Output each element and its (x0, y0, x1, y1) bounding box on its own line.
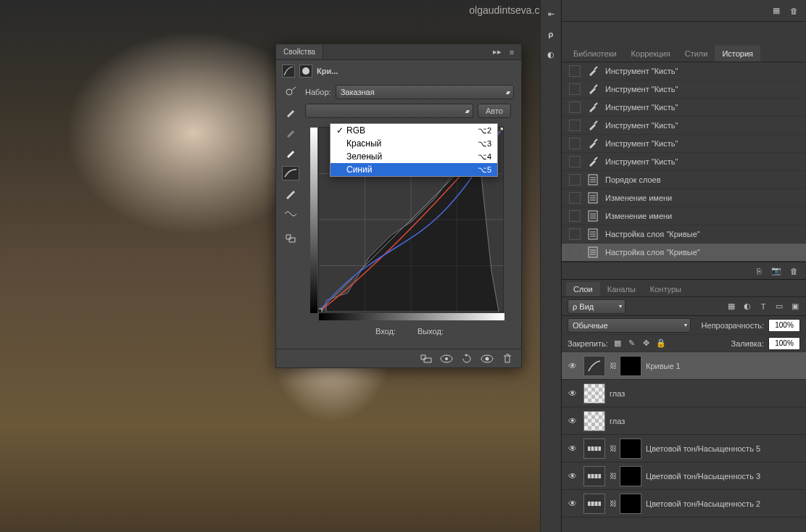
visibility-toggle[interactable]: 👁 (566, 361, 579, 371)
history-item[interactable]: Инструмент "Кисть" (562, 135, 806, 153)
link-icon[interactable]: ⛓ (610, 499, 615, 507)
visibility-toggle[interactable]: 👁 (566, 471, 579, 481)
mask-thumbnail[interactable] (620, 356, 641, 376)
target-adjust-icon[interactable] (282, 85, 299, 99)
visibility-icon[interactable] (481, 353, 494, 365)
history-item[interactable]: Инструмент "Кисть" (562, 153, 806, 171)
layer-name[interactable]: глаз (610, 389, 625, 398)
lock-position-icon[interactable]: ✥ (641, 338, 652, 349)
tab-стили[interactable]: Стили (678, 46, 715, 62)
layer-row[interactable]: 👁⛓Цветовой тон/Насыщенность 5 (562, 435, 806, 462)
mask-thumbnail[interactable] (620, 494, 641, 514)
history-snapshot-box[interactable] (569, 156, 581, 167)
layer-filter-dropdown[interactable]: ρ Вид ▾ (568, 299, 626, 314)
gray-point-eyedropper-icon[interactable] (282, 125, 299, 140)
history-item[interactable]: Инструмент "Кисть" (562, 62, 806, 80)
opacity-field[interactable]: 100% (768, 319, 800, 332)
adjustment-thumbnail[interactable] (583, 494, 605, 514)
clip-icon[interactable] (420, 353, 433, 365)
visibility-toggle[interactable]: 👁 (566, 388, 579, 399)
collapse-icon[interactable]: ⇤ (544, 7, 557, 20)
history-item[interactable]: Инструмент "Кисть" (562, 80, 806, 99)
adjustment-thumbnail[interactable] (583, 356, 605, 376)
layer-thumbnail[interactable] (583, 383, 605, 404)
layer-name[interactable]: Цветовой тон/Насыщенность 2 (646, 499, 760, 508)
reset-icon[interactable] (460, 353, 473, 365)
history-snapshot-box[interactable] (569, 65, 581, 77)
filter-type-icon[interactable]: T (758, 302, 768, 312)
channel-menu-item[interactable]: ✓RGB⌥2 (331, 124, 497, 137)
clip-to-layer-icon[interactable] (282, 231, 299, 246)
camera-icon[interactable]: 📷 (771, 266, 781, 276)
layer-row[interactable]: 👁⛓Цветовой тон/Насыщенность 2 (562, 490, 806, 518)
blend-mode-dropdown[interactable]: Обычные ▾ (568, 318, 691, 333)
history-item[interactable]: Инструмент "Кисть" (562, 117, 806, 135)
layer-row[interactable]: 👁⛓Цветовой тон/Насыщенность 3 (562, 462, 806, 490)
filter-pixel-icon[interactable]: ▦ (726, 302, 736, 312)
history-snapshot-box[interactable] (569, 138, 581, 149)
adjustment-thumbnail[interactable] (583, 466, 605, 486)
layer-name[interactable]: Цветовой тон/Насыщенность 5 (646, 444, 760, 453)
history-list[interactable]: Инструмент "Кисть"Инструмент "Кисть"Инст… (562, 62, 806, 262)
history-snapshot-box[interactable] (569, 246, 581, 258)
channel-menu-item[interactable]: Синий⌥5 (331, 163, 497, 176)
mask-thumbnail[interactable] (620, 466, 641, 486)
history-snapshot-box[interactable] (569, 101, 581, 113)
visibility-toggle[interactable]: 👁 (566, 499, 579, 509)
link-icon[interactable]: ⛓ (610, 444, 615, 452)
filter-smart-icon[interactable]: ▣ (790, 302, 800, 312)
history-snapshot-box[interactable] (569, 174, 581, 186)
tab-каналы[interactable]: Каналы (600, 282, 643, 296)
trash-icon[interactable]: 🗑 (789, 6, 799, 16)
adjust-icon[interactable]: ◐ (544, 48, 557, 61)
trash-icon[interactable] (501, 353, 514, 365)
lock-pixels-icon[interactable]: ✎ (627, 338, 637, 349)
mask-thumbnail[interactable] (620, 439, 641, 459)
paragraph-icon[interactable]: ρ (544, 28, 557, 41)
tab-коррекция[interactable]: Коррекция (624, 46, 678, 62)
layer-name[interactable]: Кривые 1 (646, 362, 681, 370)
lock-transparent-icon[interactable]: ▩ (612, 338, 623, 349)
lock-all-icon[interactable]: 🔒 (656, 338, 666, 349)
trash-icon[interactable]: 🗑 (789, 266, 799, 276)
new-doc-from-state-icon[interactable]: ⎘ (754, 266, 764, 276)
layer-name[interactable]: Цветовой тон/Насыщенность 3 (646, 472, 760, 481)
curve-point-tool-icon[interactable] (282, 166, 299, 180)
link-icon[interactable]: ⛓ (610, 472, 615, 480)
history-snapshot-box[interactable] (569, 120, 581, 131)
visibility-toggle[interactable]: 👁 (566, 444, 579, 454)
view-previous-icon[interactable] (440, 353, 453, 365)
history-snapshot-box[interactable] (569, 210, 581, 222)
history-snapshot-box[interactable] (569, 228, 581, 240)
history-item[interactable]: Изменение имени (562, 189, 806, 207)
layer-list[interactable]: 👁⛓Кривые 1👁глаз👁глаз👁⛓Цветовой тон/Насыщ… (562, 352, 806, 532)
preset-dropdown[interactable]: Заказная ▴▾ (336, 85, 514, 99)
tab-слои[interactable]: Слои (566, 282, 600, 296)
smooth-curve-icon[interactable] (282, 207, 299, 221)
history-item[interactable]: Изменение имени (562, 207, 806, 225)
layer-name[interactable]: глаз (610, 417, 625, 425)
channel-menu-item[interactable]: Зеленый⌥4 (331, 150, 497, 163)
layer-row[interactable]: 👁⛓Кривые 1 (562, 352, 806, 380)
filter-shape-icon[interactable]: ▭ (774, 302, 784, 312)
panel-header[interactable]: Свойства ▸▸ ≡ (276, 44, 521, 60)
history-snapshot-box[interactable] (569, 83, 581, 95)
channel-dropdown[interactable]: ▴▾ ✓RGB⌥2Красный⌥3Зеленый⌥4Синий⌥5 (305, 104, 473, 118)
layer-thumbnail[interactable] (583, 411, 605, 431)
auto-button[interactable]: Авто (478, 104, 511, 118)
history-snapshot-box[interactable] (569, 192, 581, 204)
link-icon[interactable]: ⛓ (610, 362, 615, 370)
layer-row[interactable]: 👁глаз (562, 407, 806, 435)
filter-adjust-icon[interactable]: ◐ (742, 302, 752, 312)
history-item[interactable]: Настройка слоя "Кривые" (562, 225, 806, 244)
panel-menu-icon[interactable]: ≡ (507, 47, 517, 57)
channel-menu-item[interactable]: Красный⌥3 (331, 137, 497, 150)
collapse-icon[interactable]: ▸▸ (492, 47, 502, 57)
fill-field[interactable]: 100% (768, 337, 800, 350)
visibility-toggle[interactable]: 👁 (566, 416, 579, 426)
dock-icon[interactable]: ▦ (771, 6, 781, 16)
curve-pencil-tool-icon[interactable] (282, 186, 299, 201)
tab-история[interactable]: История (715, 46, 760, 62)
white-point-eyedropper-icon[interactable] (282, 146, 299, 160)
black-point-eyedropper-icon[interactable] (282, 105, 299, 120)
